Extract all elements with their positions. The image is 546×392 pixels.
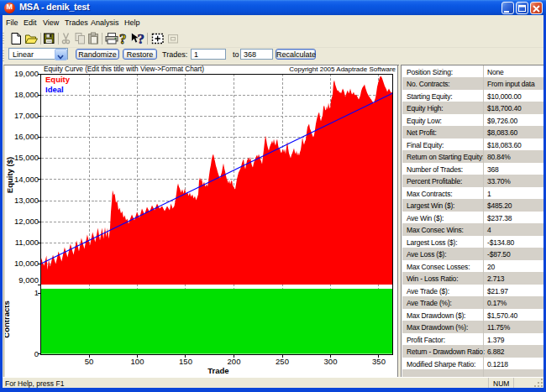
svg-text:13,000: 13,000	[14, 196, 39, 205]
svg-text:Equity Curve (Edit this title: Equity Curve (Edit this title with View-…	[44, 65, 204, 73]
svg-text:Contracts: Contracts	[5, 301, 11, 337]
svg-text:250: 250	[276, 357, 289, 366]
svg-text:Equity ($): Equity ($)	[5, 157, 14, 193]
svg-text:150: 150	[179, 357, 192, 366]
svg-text:Trade: Trade	[207, 366, 228, 375]
svg-text:100: 100	[131, 357, 144, 366]
svg-text:11,000: 11,000	[15, 238, 39, 247]
svg-text:9,000: 9,000	[18, 275, 39, 285]
svg-text:300: 300	[324, 357, 338, 366]
svg-text:18,000: 18,000	[14, 90, 39, 99]
svg-text:1: 1	[34, 288, 39, 297]
svg-text:Equity: Equity	[45, 75, 71, 84]
svg-text:50: 50	[85, 357, 94, 366]
svg-text:12,000: 12,000	[14, 217, 39, 226]
svg-text:17,000: 17,000	[14, 111, 39, 120]
svg-text:Copyright 2005 Adaptrade Softw: Copyright 2005 Adaptrade Software	[289, 65, 396, 73]
svg-text:15,000: 15,000	[14, 153, 39, 162]
svg-text:16,000: 16,000	[14, 132, 39, 141]
svg-text:?: ?	[119, 31, 127, 47]
svg-text:0: 0	[34, 349, 39, 358]
svg-text:?: ?	[138, 31, 145, 47]
svg-text:350: 350	[372, 357, 386, 366]
svg-text:14,000: 14,000	[14, 175, 39, 184]
svg-text:10,000: 10,000	[14, 259, 39, 268]
svg-text:200: 200	[228, 357, 241, 366]
svg-text:19,000: 19,000	[14, 69, 39, 78]
svg-text:Ideal: Ideal	[45, 85, 64, 94]
